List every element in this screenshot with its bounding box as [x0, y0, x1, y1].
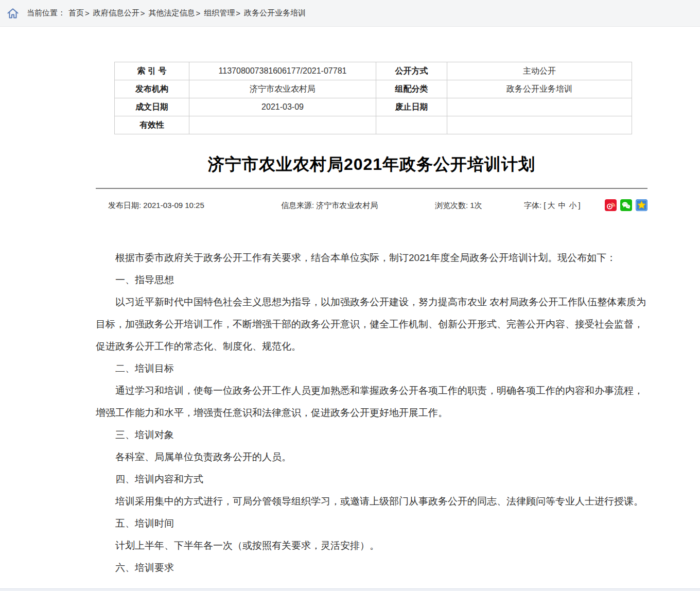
disclosure-method-label: 公开方式: [376, 62, 447, 80]
document-date-value: 2021-03-09: [189, 98, 376, 116]
table-row: 成文日期 2021-03-09 废止日期: [115, 98, 632, 116]
breadcrumb-item-training[interactable]: 政务公开业务培训: [244, 8, 306, 18]
issuing-agency-value: 济宁市农业农村局: [189, 80, 376, 98]
breadcrumb-label: 当前位置：: [27, 8, 65, 18]
font-size-medium-button[interactable]: 中: [558, 201, 566, 210]
document-date-label: 成文日期: [115, 98, 189, 116]
breadcrumb-separator: >: [141, 9, 145, 18]
font-bracket-close: ]: [579, 201, 581, 210]
info-source: 信息来源: 济宁市农业农村局: [281, 201, 378, 211]
paragraph: 培训采用集中的方式进行，可局分管领导组织学习，或邀请上级部门从事政务公开的同志、…: [96, 490, 647, 512]
paragraph: 以习近平新时代中国特色社会主义思想为指导，以加强政务公开建设，努力提高市农业 农…: [96, 291, 647, 357]
view-count: 浏览次数: 1次: [435, 201, 482, 211]
category-label: 组配分类: [376, 80, 447, 98]
font-size-label: 字体:: [524, 201, 541, 210]
repeal-date-label: 废止日期: [376, 98, 447, 116]
article-meta: 发布日期: 2021-03-09 10:25 信息来源: 济宁市农业农村局 浏览…: [96, 199, 647, 213]
weibo-share-icon[interactable]: [605, 199, 617, 211]
share-buttons: [605, 199, 647, 211]
table-row: 有效性: [115, 116, 632, 134]
breadcrumb-item-other-legal[interactable]: 其他法定信息: [149, 8, 195, 18]
info-source-label: 信息来源:: [281, 201, 314, 210]
breadcrumb-separator: >: [85, 9, 90, 18]
validity-label: 有效性: [115, 116, 189, 134]
table-row: 索 引 号 113708007381606177/2021-07781 公开方式…: [115, 62, 632, 80]
breadcrumb-separator: >: [196, 9, 201, 18]
paragraph: 计划上半年、下半年各一次（或按照有关要求，灵活安排）。: [96, 534, 647, 557]
info-source-value: 济宁市农业农村局: [316, 201, 378, 210]
publish-date-value: 2021-03-09 10:25: [143, 201, 204, 210]
section-heading-5: 五、培训时间: [96, 512, 647, 534]
issuing-agency-label: 发布机构: [115, 80, 189, 98]
section-heading-2: 二、培训目标: [96, 357, 647, 379]
breadcrumb-separator: >: [236, 9, 240, 18]
index-number-value: 113708007381606177/2021-07781: [189, 62, 376, 80]
home-icon[interactable]: [6, 7, 20, 20]
publish-date-label: 发布日期:: [108, 201, 141, 210]
view-count-label: 浏览次数:: [435, 201, 468, 210]
article-title: 济宁市农业农村局2021年政务公开培训计划: [96, 153, 647, 176]
section-heading-3: 三、培训对象: [96, 424, 647, 446]
font-size-switcher: 字体: [大中小]: [524, 201, 581, 211]
document-info-table: 索 引 号 113708007381606177/2021-07781 公开方式…: [114, 62, 632, 134]
font-size-large-button[interactable]: 大: [548, 201, 555, 210]
repeal-date-value: [447, 98, 632, 116]
empty-label-cell: [376, 116, 447, 134]
paragraph: 根据市委市政府关于政务公开工作有关要求，结合本单位实际，制订2021年度全局政务…: [96, 247, 647, 269]
font-bracket-open: [: [544, 201, 546, 210]
paragraph: 通过学习和培训，使每一位政务公开工作人员更加熟悉和掌握政务公开各项工作的职责，明…: [96, 379, 647, 424]
publish-date: 发布日期: 2021-03-09 10:25: [108, 201, 204, 211]
font-size-small-button[interactable]: 小: [569, 201, 577, 210]
breadcrumb-item-home[interactable]: 首页: [68, 8, 84, 18]
paragraph: 各科室、局属单位负责政务公开的人员。: [96, 446, 647, 468]
article-body: 根据市委市政府关于政务公开工作有关要求，结合本单位实际，制订2021年度全局政务…: [96, 247, 647, 579]
validity-value: [189, 116, 376, 134]
section-heading-6: 六、培训要求: [96, 557, 647, 579]
table-row: 发布机构 济宁市农业农村局 组配分类 政务公开业务培训: [115, 80, 632, 98]
empty-value-cell: [447, 116, 632, 134]
section-heading-1: 一、指导思想: [96, 269, 647, 291]
title-divider: [96, 188, 647, 189]
view-count-value: 1次: [470, 201, 482, 210]
section-heading-4: 四、培训内容和方式: [96, 468, 647, 490]
wechat-share-icon[interactable]: [620, 199, 632, 211]
breadcrumb-item-gov-info[interactable]: 政府信息公开: [93, 8, 139, 18]
disclosure-method-value: 主动公开: [447, 62, 632, 80]
breadcrumb-bar: 当前位置： 首页 > 政府信息公开 > 其他法定信息 > 组织管理 > 政务公开…: [0, 0, 700, 27]
page: 当前位置： 首页 > 政府信息公开 > 其他法定信息 > 组织管理 > 政务公开…: [0, 0, 700, 591]
category-value: 政务公开业务培训: [447, 80, 632, 98]
footer-band: [0, 588, 700, 591]
breadcrumb: 当前位置： 首页 > 政府信息公开 > 其他法定信息 > 组织管理 > 政务公开…: [27, 8, 306, 18]
breadcrumb-item-org-mgmt[interactable]: 组织管理: [204, 8, 235, 18]
index-number-label: 索 引 号: [115, 62, 189, 80]
document-area: 索 引 号 113708007381606177/2021-07781 公开方式…: [96, 27, 647, 579]
qzone-share-icon[interactable]: [636, 199, 647, 211]
